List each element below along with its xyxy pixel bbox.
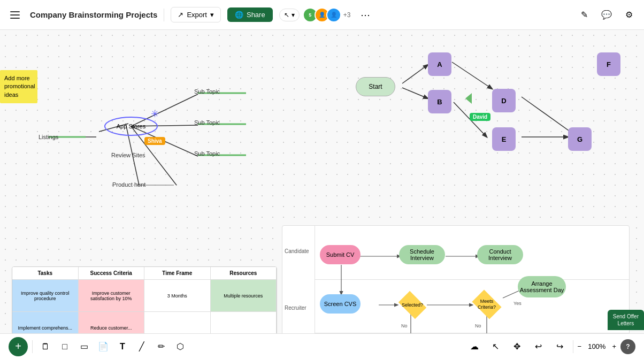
shape-tool[interactable]: ⬡ (172, 338, 189, 355)
globe-icon: 🌐 (235, 11, 243, 19)
appstores-label: App Stores (117, 123, 145, 129)
svg-line-14 (452, 62, 492, 89)
hamburger-icon (10, 11, 20, 19)
bottom-toolbar: + 🗒 □ ▭ 📄 T ╱ ✏ ⬡ ☁ ↖ ✥ ↩ ↪ − 100% + ? (0, 333, 644, 359)
fc-divider-1 (315, 279, 629, 280)
flow-node-d: D (492, 89, 516, 112)
tool-divider-1 (32, 340, 33, 353)
zoom-in-button[interactable]: + (612, 342, 616, 350)
move-tool[interactable]: ✥ (509, 338, 526, 355)
subtopic-2-label: Sub Topic (194, 119, 220, 126)
product-hunt-label: Product hunt (112, 181, 145, 188)
line-tool[interactable]: ╱ (133, 338, 150, 355)
redo-button[interactable]: ↪ (551, 338, 569, 355)
subtopic-3-label: Sub Topic (194, 150, 220, 157)
cursor-tool[interactable]: ↖ (487, 338, 504, 355)
canvas: Add more promotional ideas App Stores Li… (0, 30, 644, 359)
export-icon: ↗ (178, 11, 183, 19)
cursor-david: David (470, 113, 490, 121)
topbar-right: ✎ 💬 ⚙ (576, 6, 638, 24)
menu-button[interactable] (6, 6, 24, 24)
zoom-out-button[interactable]: − (578, 342, 582, 350)
col-resources: Resources (211, 267, 277, 280)
svg-text:Yes: Yes (513, 301, 522, 306)
listings-label: Listings (39, 134, 58, 140)
zoom-level: 100% (586, 342, 608, 350)
svg-line-13 (402, 88, 428, 98)
settings-button[interactable]: ⚙ (620, 6, 638, 24)
more-options-button[interactable]: ⋯ (357, 6, 374, 24)
col-criteria: Success Criteria (79, 267, 145, 280)
text-tool[interactable]: T (114, 338, 131, 355)
flow-node-b: B (428, 90, 451, 113)
fc-conduct-interview: Conduct Interview (477, 245, 523, 264)
col-tasks: Tasks (12, 267, 79, 280)
sticky-note-text: Add more promotional ideas (4, 75, 35, 98)
svg-marker-18 (465, 93, 472, 104)
timeframe-1: 3 Months (144, 280, 211, 312)
sticky-yellow-tool[interactable]: 📄 (95, 338, 112, 355)
help-button[interactable]: ? (620, 339, 635, 354)
export-chevron-icon: ▾ (210, 11, 214, 19)
task-1: Improve quality control procedure (12, 280, 79, 312)
edit-icon-button[interactable]: ✎ (576, 6, 593, 24)
mind-map-appstores: App Stores (104, 117, 158, 136)
add-button[interactable]: + (9, 337, 28, 356)
review-sites-label: Review Sites (111, 152, 145, 158)
subtopic-1-label: Sub Topic (194, 88, 220, 95)
fc-meets-criteria-diamond: Meets Criteria? (471, 292, 503, 317)
fc-schedule-interview: Schedule Interview (399, 245, 445, 264)
flow-node-g: G (568, 127, 592, 151)
toolbar-right: ☁ ↖ ✥ ↩ ↪ − 100% + ? (466, 338, 635, 355)
table-header: Tasks Success Criteria Time Frame Resour… (12, 267, 277, 280)
undo-button[interactable]: ↩ (530, 338, 547, 355)
sticky-tool[interactable]: 🗒 (37, 338, 54, 355)
fc-screen-cvs: Screen CVS (320, 294, 361, 314)
svg-line-12 (402, 65, 428, 83)
cursor-toggle[interactable]: ↖ ▾ (279, 9, 300, 21)
svg-text:No: No (401, 323, 408, 329)
resources-1: Multiple resources (211, 280, 277, 312)
more-users-count: +3 (343, 11, 351, 19)
tool-divider-2 (573, 340, 573, 353)
cloud-button[interactable]: ☁ (466, 338, 483, 355)
divider (164, 9, 164, 21)
topbar: Company Brainstorming Projects ↗ Export … (0, 0, 644, 30)
criteria-1: Improve customer satisfaction by 10% (79, 280, 145, 312)
comment-button[interactable]: 💬 (598, 6, 615, 24)
cursor-chevron: ▾ (292, 11, 295, 19)
flow-node-a: A (428, 52, 451, 76)
flow-start-node: Start (356, 77, 395, 96)
sticky-note[interactable]: Add more promotional ideas (0, 70, 37, 103)
collaborators: 5 👤 👤 +3 (306, 7, 351, 22)
cursor-shiva: Shiva (144, 137, 165, 145)
svg-text:No: No (475, 323, 481, 329)
flow-node-f: F (597, 52, 620, 76)
cursor-icon: ↖ (284, 11, 289, 19)
send-offer-button[interactable]: Send OfferLetters (608, 310, 644, 330)
fc-submit-cv: Submit CV (320, 245, 361, 264)
cursor-pointer: ✳ (151, 108, 159, 120)
fc-selected-diamond: Selected? (398, 294, 427, 316)
fc-arrange-assessment: Arrange Assessment Day (518, 276, 566, 297)
table-row-1: Improve quality control procedure Improv… (12, 280, 277, 312)
project-title: Company Brainstorming Projects (30, 10, 157, 19)
pen-tool[interactable]: ✏ (152, 338, 170, 355)
fc-row-recruiter: Recruiter (285, 305, 306, 311)
flow-node-e: E (492, 127, 516, 151)
share-button[interactable]: 🌐 Share (227, 7, 273, 22)
export-button[interactable]: ↗ Export ▾ (171, 7, 221, 22)
avatar-3: 👤 (326, 7, 341, 22)
col-timeframe: Time Frame (144, 267, 211, 280)
rounded-rect-tool[interactable]: ▭ (75, 338, 93, 355)
rect-tool[interactable]: □ (56, 338, 73, 355)
fc-row-candidate: Candidate (285, 248, 309, 254)
